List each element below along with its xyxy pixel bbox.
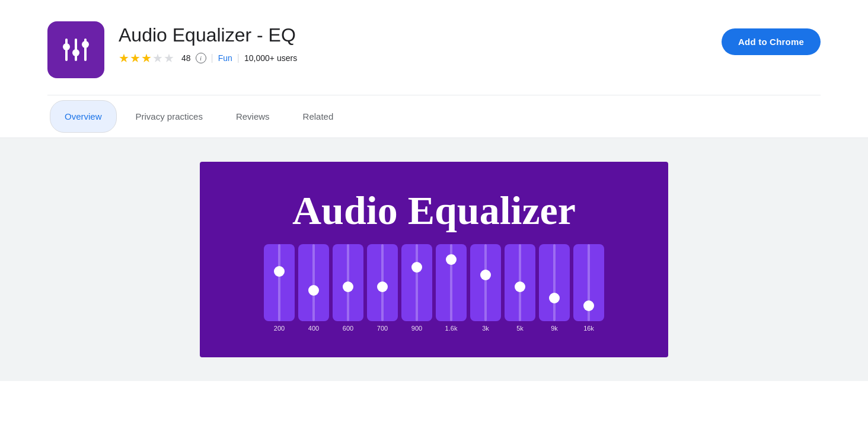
tab-related[interactable]: Related (289, 101, 348, 132)
star-2: ★ (130, 51, 141, 65)
add-to-chrome-button[interactable]: Add to Chrome (722, 28, 821, 55)
svg-point-3 (72, 49, 79, 56)
star-rating: ★ ★ ★ ★ ★ (119, 51, 174, 65)
extension-meta: ★ ★ ★ ★ ★ 48 i | Fun | 10,000+ users (119, 51, 297, 65)
eq-channel-9k: 9k (539, 244, 570, 332)
eq-track-600 (333, 244, 363, 321)
star-5: ★ (164, 51, 174, 65)
header-left: Audio Equalizer - EQ ★ ★ ★ ★ ★ 48 i | Fu… (47, 21, 297, 78)
nav-tabs-section: Overview Privacy practices Reviews Relat… (0, 95, 868, 138)
eq-channel-1.6k: 1.6k (436, 244, 467, 332)
header-section: Audio Equalizer - EQ ★ ★ ★ ★ ★ 48 i | Fu… (0, 0, 868, 95)
eq-label-900: 900 (411, 325, 422, 332)
eq-channel-700: 700 (367, 244, 398, 332)
eq-line-400 (312, 244, 315, 321)
eq-label-3k: 3k (482, 325, 489, 332)
eq-knob-400 (308, 285, 319, 296)
eq-track-200 (264, 244, 295, 321)
eq-knob-1.6k (446, 254, 457, 265)
extension-info: Audio Equalizer - EQ ★ ★ ★ ★ ★ 48 i | Fu… (119, 21, 297, 65)
eq-knob-200 (274, 266, 285, 277)
eq-track-400 (298, 244, 329, 321)
extension-icon (47, 21, 104, 78)
eq-knob-9k (549, 293, 560, 303)
eq-track-5k (505, 244, 535, 321)
eq-track-1.6k (436, 244, 467, 321)
divider-pipe: | (211, 53, 213, 63)
tab-privacy-practices[interactable]: Privacy practices (122, 101, 217, 132)
eq-label-700: 700 (377, 325, 388, 332)
rating-count: 48 (181, 53, 191, 63)
eq-channel-400: 400 (298, 244, 329, 332)
eq-knob-700 (377, 281, 388, 292)
category-link[interactable]: Fun (218, 53, 232, 63)
eq-line-3k (484, 244, 487, 321)
eq-channel-5k: 5k (505, 244, 535, 332)
eq-track-900 (401, 244, 432, 321)
eq-label-16k: 16k (583, 325, 594, 332)
eq-track-9k (539, 244, 570, 321)
svg-point-1 (63, 43, 70, 50)
eq-track-700 (367, 244, 398, 321)
info-icon[interactable]: i (196, 53, 206, 63)
eq-label-400: 400 (308, 325, 319, 332)
star-4: ★ (152, 51, 163, 65)
eq-knob-600 (343, 281, 353, 292)
eq-channel-600: 600 (333, 244, 363, 332)
divider-pipe-2: | (237, 53, 240, 63)
eq-line-9k (553, 244, 556, 321)
eq-label-200: 200 (274, 325, 285, 332)
eq-track-16k (573, 244, 604, 321)
eq-track-3k (470, 244, 501, 321)
eq-knob-3k (480, 270, 491, 280)
eq-knob-16k (583, 300, 594, 311)
preview-container: Audio Equalizer 2004006007009001.6k3k5k9… (200, 162, 668, 357)
star-3: ★ (141, 51, 152, 65)
eq-label-9k: 9k (551, 325, 558, 332)
extension-title: Audio Equalizer - EQ (119, 24, 297, 46)
tab-reviews[interactable]: Reviews (222, 101, 284, 132)
eq-channel-16k: 16k (573, 244, 604, 332)
eq-line-900 (416, 244, 418, 321)
eq-label-1.6k: 1.6k (445, 325, 458, 332)
preview-title: Audio Equalizer (292, 188, 576, 233)
star-1: ★ (119, 51, 129, 65)
eq-label-5k: 5k (516, 325, 524, 332)
eq-channel-3k: 3k (470, 244, 501, 332)
eq-channel-200: 200 (264, 244, 295, 332)
tab-overview[interactable]: Overview (50, 100, 117, 133)
users-count: 10,000+ users (244, 53, 297, 63)
eq-channel-900: 900 (401, 244, 432, 332)
eq-knob-900 (411, 262, 422, 273)
main-content: Audio Equalizer 2004006007009001.6k3k5k9… (0, 138, 868, 381)
svg-point-5 (82, 41, 89, 48)
eq-knob-5k (515, 281, 525, 292)
eq-label-600: 600 (343, 325, 353, 332)
eq-sliders: 2004006007009001.6k3k5k9k16k (264, 244, 604, 332)
eq-line-200 (278, 244, 280, 321)
